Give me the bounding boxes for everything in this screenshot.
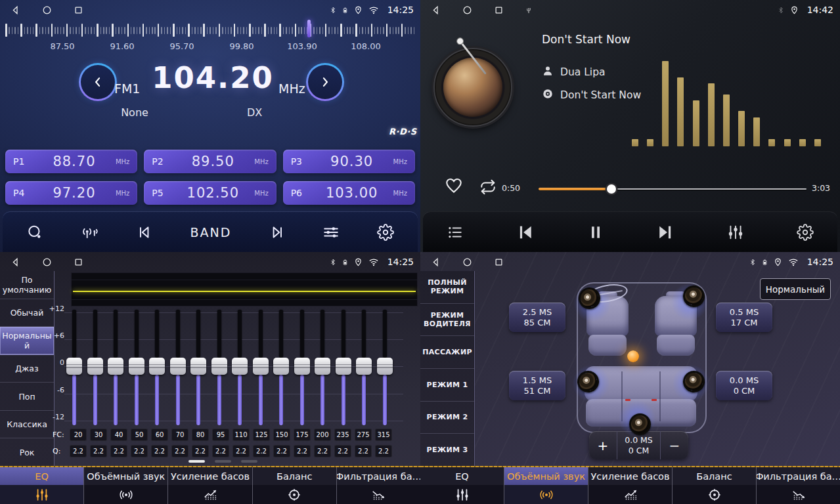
favorite-heart-icon[interactable] [444, 177, 464, 198]
slider-handle[interactable] [129, 358, 144, 375]
listening-position-dot[interactable] [627, 350, 639, 362]
back-button[interactable] [11, 257, 20, 267]
eq-band-slider[interactable] [336, 308, 351, 427]
equalizer-icon[interactable] [322, 224, 340, 241]
slider-handle[interactable] [253, 358, 269, 375]
speaker-center-rear-icon[interactable] [629, 413, 651, 435]
slider-handle[interactable] [294, 358, 310, 375]
slider-handle[interactable] [211, 358, 227, 375]
home-button[interactable] [42, 5, 52, 15]
slider-handle[interactable] [66, 358, 82, 375]
delay-front-right-button[interactable]: 0.5 MS 17 CM [716, 303, 772, 332]
recents-button[interactable] [74, 257, 83, 267]
radio-preset-P3[interactable]: P390.30MHz [283, 150, 415, 173]
delay-increase-button[interactable]: + [589, 431, 617, 459]
recents-button[interactable] [74, 5, 83, 15]
equalizer-icon[interactable] [727, 224, 744, 241]
tab-bass-filter[interactable]: Фильтрация ба… [337, 466, 420, 504]
car-cabin-map[interactable] [577, 282, 707, 433]
home-button[interactable] [462, 5, 472, 15]
home-button[interactable] [462, 257, 472, 267]
band-page-indicator[interactable] [188, 460, 257, 463]
progress-slider[interactable] [539, 185, 807, 193]
mode-item[interactable]: ПОЛНЫЙ РЕЖИМ [420, 271, 474, 304]
slider-handle[interactable] [87, 358, 103, 375]
eq-band-slider[interactable] [87, 308, 103, 427]
mode-item[interactable]: РЕЖИМ 1 [420, 369, 474, 402]
tab-bass-boost[interactable]: Усиление басов [588, 466, 673, 504]
mode-item[interactable]: РЕЖИМ 3 [420, 434, 474, 466]
slider-handle[interactable] [273, 358, 289, 375]
profile-button[interactable]: Нормальный [760, 278, 831, 300]
next-track-icon[interactable] [269, 224, 286, 241]
page-dot[interactable] [215, 460, 231, 463]
eq-band-slider[interactable] [377, 308, 393, 427]
tab-bass-boost[interactable]: Усиление басов [168, 466, 252, 504]
tab-bass-filter[interactable]: Фильтрация ба… [757, 466, 840, 504]
tab-eq[interactable]: EQ [0, 466, 84, 504]
next-track-icon[interactable] [656, 223, 674, 242]
eq-band-slider[interactable] [315, 308, 330, 427]
eq-preset-item[interactable]: Рок [0, 438, 54, 466]
mode-item[interactable]: РЕЖИМ ВОДИТЕЛЯ [420, 304, 474, 337]
scan-icon[interactable] [26, 224, 43, 241]
pause-icon[interactable] [587, 223, 604, 242]
tab-eq[interactable]: EQ [420, 466, 504, 504]
page-dot[interactable] [188, 460, 205, 463]
slider-handle[interactable] [108, 358, 123, 375]
back-button[interactable] [431, 257, 441, 267]
repeat-icon[interactable] [478, 178, 498, 198]
slider-handle[interactable] [377, 358, 393, 375]
settings-gear-icon[interactable] [797, 224, 814, 241]
recents-button[interactable] [494, 257, 504, 267]
radio-preset-P4[interactable]: P497.20MHz [5, 181, 137, 205]
back-button[interactable] [431, 5, 441, 15]
tab-balance[interactable]: Баланс [253, 466, 337, 504]
mode-item[interactable]: ПАССАЖИР [420, 336, 474, 369]
slider-handle[interactable] [315, 358, 330, 375]
eq-band-slider[interactable] [294, 308, 310, 427]
frequency-ruler[interactable] [5, 22, 415, 39]
slider-handle[interactable] [149, 358, 165, 375]
tab-balance[interactable]: Баланс [673, 466, 757, 504]
eq-band-slider[interactable] [108, 308, 123, 427]
eq-band-slider[interactable] [232, 308, 248, 427]
tune-down-button[interactable] [79, 63, 117, 101]
broadcast-icon[interactable] [81, 224, 99, 241]
delay-rear-left-button[interactable]: 1.5 MS 51 CM [509, 371, 565, 400]
tab-surround-sound[interactable]: Объёмный звук [84, 466, 168, 504]
slider-handle[interactable] [170, 358, 186, 375]
back-button[interactable] [11, 5, 20, 15]
eq-band-slider[interactable] [190, 308, 206, 427]
previous-track-icon[interactable] [136, 224, 153, 241]
delay-front-left-button[interactable]: 2.5 MS 85 CM [509, 303, 565, 332]
slider-handle[interactable] [356, 358, 372, 375]
eq-band-slider[interactable] [211, 308, 227, 427]
home-button[interactable] [42, 257, 52, 267]
radio-preset-P1[interactable]: P188.70MHz [5, 150, 137, 173]
slider-handle[interactable] [336, 358, 351, 375]
playlist-icon[interactable] [447, 224, 464, 241]
eq-band-slider[interactable] [66, 308, 82, 427]
eq-preset-item[interactable]: По умолчанию [0, 271, 54, 299]
eq-band-slider[interactable] [253, 308, 269, 427]
radio-preset-P5[interactable]: P5102.50MHz [144, 181, 276, 205]
eq-band-slider[interactable] [273, 308, 289, 427]
eq-band-slider[interactable] [129, 308, 144, 427]
band-button[interactable]: BAND [190, 225, 232, 240]
eq-band-slider[interactable] [356, 308, 372, 427]
radio-preset-P6[interactable]: P6103.00MHz [283, 181, 415, 205]
eq-band-slider[interactable] [149, 308, 165, 427]
slider-handle[interactable] [232, 358, 248, 375]
progress-thumb[interactable] [607, 184, 616, 194]
recents-button[interactable] [494, 5, 504, 15]
delay-rear-right-button[interactable]: 0.0 MS 0 CM [716, 371, 772, 400]
page-dot[interactable] [241, 460, 257, 463]
radio-preset-P2[interactable]: P289.50MHz [144, 150, 276, 173]
mode-item[interactable]: РЕЖИМ 2 [420, 402, 474, 434]
delay-decrease-button[interactable]: − [661, 431, 688, 459]
tune-up-button[interactable] [306, 63, 344, 101]
slider-handle[interactable] [190, 358, 206, 375]
settings-gear-icon[interactable] [377, 224, 394, 241]
eq-band-slider[interactable] [170, 308, 186, 427]
